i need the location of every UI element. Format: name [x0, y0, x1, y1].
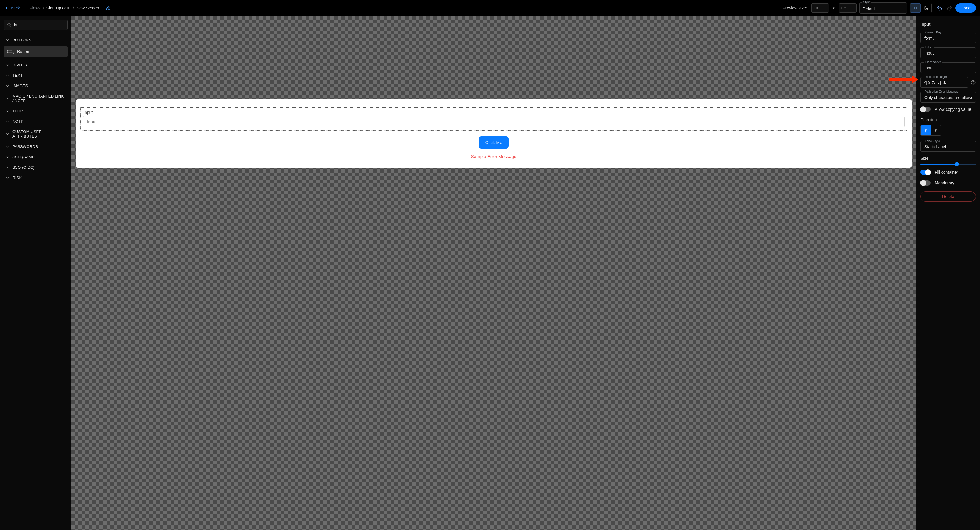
inspector-panel: Input Context Key Label Placeholder Vali…	[916, 16, 980, 530]
chevron-down-icon	[5, 73, 10, 78]
theme-toggle	[910, 3, 932, 13]
chevron-down-icon	[5, 38, 10, 42]
svg-point-3	[8, 24, 10, 26]
breadcrumb: Flows / Sign Up or In / New Screen	[30, 6, 99, 10]
label-input[interactable]	[921, 48, 975, 58]
category-magic[interactable]: MAGIC / ENCHANTED LINK / NOTP	[3, 91, 67, 106]
button-icon	[7, 49, 14, 54]
canvas-checker-bg	[71, 16, 916, 530]
allow-copying-label: Allow copying value	[935, 107, 971, 112]
back-label: Back	[11, 6, 20, 10]
mandatory-label: Mandatory	[935, 180, 954, 185]
chevron-down-icon	[5, 96, 10, 101]
category-risk[interactable]: RISK	[3, 172, 67, 183]
category-passwords[interactable]: PASSWORDS	[3, 141, 67, 152]
allow-copying-toggle[interactable]	[921, 107, 931, 112]
chevron-down-icon	[5, 120, 10, 124]
category-notp[interactable]: NOTP	[3, 116, 67, 126]
category-images[interactable]: IMAGES	[3, 81, 67, 91]
rtl-icon	[934, 128, 938, 133]
direction-rtl-button[interactable]	[931, 125, 941, 136]
style-select-value: Default	[863, 6, 876, 11]
inspector-title: Input	[921, 22, 976, 27]
fill-container-toggle[interactable]	[921, 169, 931, 175]
done-button[interactable]: Done	[955, 3, 976, 13]
category-sso-oidc[interactable]: SSO (OIDC)	[3, 162, 67, 172]
direction-toggle	[921, 125, 941, 136]
fill-container-label: Fill container	[935, 170, 958, 175]
chevron-down-icon	[5, 145, 10, 149]
canvas[interactable]: Input Input Click Me Sample Error Messag…	[71, 16, 916, 530]
style-select[interactable]: Style Default	[859, 2, 907, 14]
breadcrumb-separator: /	[73, 6, 74, 10]
label-style-input[interactable]	[921, 141, 975, 152]
chevron-down-icon	[5, 132, 10, 136]
context-key-field[interactable]: Context Key	[921, 33, 976, 43]
light-mode-button[interactable]	[910, 3, 921, 13]
chevron-down-icon	[5, 155, 10, 159]
size-slider[interactable]	[921, 164, 976, 165]
svg-point-2	[915, 7, 916, 9]
preview-height-input[interactable]	[839, 3, 856, 13]
component-search[interactable]	[3, 20, 67, 30]
search-icon	[7, 22, 11, 27]
ltr-icon	[923, 128, 928, 133]
undo-button[interactable]	[937, 5, 942, 11]
style-select-label: Style	[862, 1, 871, 4]
topbar: Back Flows / Sign Up or In / New Screen …	[0, 0, 980, 16]
svg-point-6	[973, 83, 973, 84]
delete-button[interactable]: Delete	[921, 192, 976, 201]
moon-icon	[923, 5, 929, 11]
label-style-field[interactable]: Label Style	[921, 141, 976, 152]
canvas-error-text: Sample Error Message	[471, 154, 516, 159]
validation-error-message-field[interactable]: Validation Error Message	[921, 92, 976, 102]
preview-width-input[interactable]	[811, 3, 829, 13]
preview-x-label: X	[832, 6, 836, 10]
svg-rect-4	[7, 50, 12, 53]
category-buttons[interactable]: BUTTONS	[3, 35, 67, 45]
validation-error-message-input[interactable]	[921, 92, 975, 102]
preview-size-label: Preview size:	[783, 6, 807, 10]
breadcrumb-separator: /	[43, 6, 44, 10]
validation-regex-input[interactable]	[921, 77, 968, 88]
help-icon[interactable]	[970, 80, 976, 85]
sun-icon	[913, 5, 918, 11]
back-link[interactable]: Back	[4, 6, 20, 10]
redo-button[interactable]	[947, 5, 953, 11]
edit-icon[interactable]	[105, 5, 111, 11]
canvas-input-component[interactable]: Input Input	[80, 107, 907, 131]
placeholder-field[interactable]: Placeholder	[921, 62, 976, 73]
category-inputs[interactable]: INPUTS	[3, 60, 67, 70]
caret-down-icon	[900, 7, 904, 11]
chevron-down-icon	[5, 84, 10, 88]
mandatory-toggle[interactable]	[921, 180, 931, 185]
preview-card: Input Input Click Me Sample Error Messag…	[76, 99, 912, 168]
direction-label: Direction	[921, 117, 976, 122]
component-button[interactable]: Button	[3, 46, 67, 57]
direction-ltr-button[interactable]	[921, 125, 931, 136]
category-sso-saml[interactable]: SSO (SAML)	[3, 152, 67, 162]
component-sidebar: BUTTONS Button INPUTS TEXT IMAGES MAGIC …	[0, 16, 71, 530]
chevron-down-icon	[5, 176, 10, 180]
chevron-down-icon	[5, 63, 10, 67]
category-custom-user-attributes[interactable]: CUSTOM USER ATTRIBUTES	[3, 126, 67, 141]
chevron-down-icon	[5, 109, 10, 113]
breadcrumb-flows[interactable]: Flows	[30, 6, 41, 10]
category-totp[interactable]: TOTP	[3, 106, 67, 116]
validation-regex-field[interactable]: Validation Regex	[921, 77, 968, 88]
category-text[interactable]: TEXT	[3, 70, 67, 81]
size-label: Size	[921, 156, 976, 161]
label-field[interactable]: Label	[921, 48, 976, 58]
placeholder-input[interactable]	[921, 62, 975, 73]
context-key-input[interactable]	[921, 33, 975, 43]
chevron-down-icon	[5, 165, 10, 169]
canvas-input-label: Input	[83, 110, 905, 115]
arrow-left-icon	[4, 6, 9, 10]
search-input[interactable]	[14, 22, 66, 27]
canvas-click-me-button[interactable]: Click Me	[479, 136, 509, 148]
size-slider-thumb[interactable]	[955, 162, 959, 166]
breadcrumb-flow[interactable]: Sign Up or In	[46, 6, 71, 10]
dark-mode-button[interactable]	[921, 3, 931, 13]
canvas-input-field[interactable]: Input	[83, 116, 905, 128]
breadcrumb-screen[interactable]: New Screen	[76, 6, 99, 10]
